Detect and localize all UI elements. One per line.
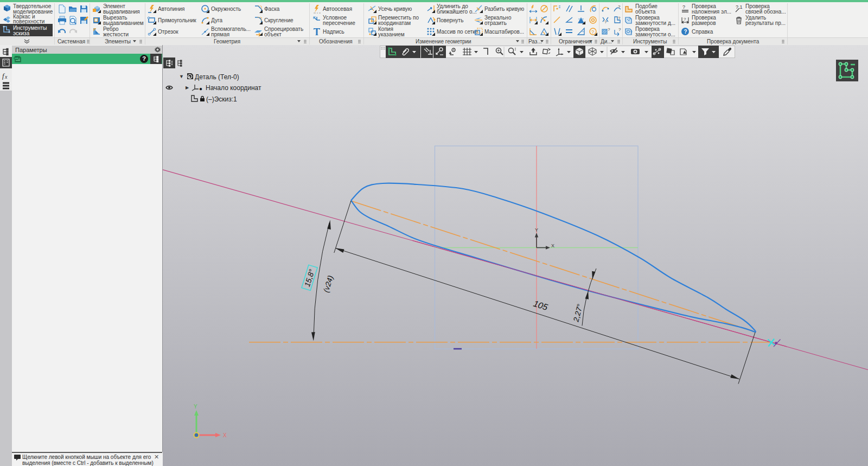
svg-text:?: ? xyxy=(684,29,687,35)
svg-text:?: ? xyxy=(604,20,607,24)
svg-text:X: X xyxy=(223,432,227,438)
svg-text:?: ? xyxy=(618,16,621,21)
svg-text:?: ? xyxy=(682,4,685,10)
svg-text:?: ? xyxy=(684,17,686,22)
svg-text:?: ? xyxy=(608,27,610,32)
svg-text:?: ? xyxy=(591,29,594,35)
svg-text:Y: Y xyxy=(535,227,538,233)
svg-text:Y: Y xyxy=(194,404,197,410)
svg-text:(v24): (v24) xyxy=(322,275,335,293)
svg-text:X: X xyxy=(551,243,554,248)
svg-text:105: 105 xyxy=(532,299,549,312)
svg-text:?: ? xyxy=(618,4,621,9)
svg-text:?: ? xyxy=(630,30,633,35)
svg-text:?: ? xyxy=(628,17,631,22)
svg-text:2,27°: 2,27° xyxy=(571,303,584,323)
svg-text:x: x xyxy=(4,74,8,80)
svg-text:?: ? xyxy=(618,27,621,32)
